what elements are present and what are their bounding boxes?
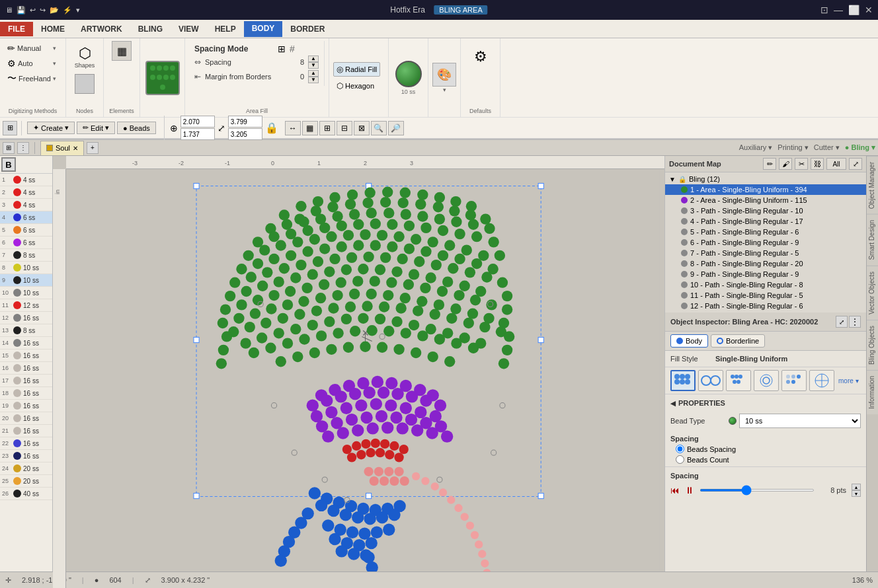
pts-down[interactable]: ▼ (852, 490, 861, 497)
soul-tab-close[interactable]: ✕ (73, 145, 78, 152)
beads-spacing-radio[interactable] (676, 445, 684, 453)
tree-item-11[interactable]: 11 - Path - Single-Bling Regular - 5 (665, 290, 866, 301)
borderline-tab[interactable]: Borderline (711, 334, 765, 348)
list-item[interactable]: 12 16 ss (0, 312, 52, 324)
color-sphere[interactable] (395, 61, 422, 87)
tree-item-4[interactable]: 4 - Path - Single-Bling Regular - 17 (665, 216, 866, 227)
pts-spinner[interactable]: ▲ ▼ (852, 484, 861, 497)
list-item[interactable]: 14 16 ss (0, 337, 52, 349)
x-input[interactable] (180, 116, 215, 128)
body-menu[interactable]: BODY (244, 21, 283, 37)
tree-item-1[interactable]: 1 - Area - Single-Bling Uniform - 394 (665, 184, 866, 195)
fill-icon-3[interactable] (726, 370, 751, 391)
canvas-content[interactable]: ✕ (66, 169, 664, 588)
side-tab-bling-objects[interactable]: Bling Objects (867, 320, 878, 370)
defaults-btn[interactable]: ⚙ (466, 41, 495, 73)
add-tab-btn[interactable]: + (87, 142, 99, 154)
open-icon[interactable]: 📂 (50, 6, 59, 15)
list-item[interactable]: 4 6 ss (0, 211, 52, 224)
file-menu[interactable]: FILE (0, 22, 33, 36)
list-item[interactable]: 6 6 ss (0, 237, 52, 249)
bead-type-select[interactable]: 10 ss 6 ss 8 ss 12 ss 16 ss (739, 414, 861, 428)
tree-item-10[interactable]: 10 - Path - Single-Bling Regular - 8 (665, 279, 866, 290)
border-menu[interactable]: BORDER (282, 22, 333, 36)
tree-item-9[interactable]: 9 - Path - Single-Bling Regular - 9 (665, 269, 866, 279)
printing-toggle[interactable]: Printing ▾ (778, 143, 808, 152)
toggle2[interactable]: ⋮ (17, 142, 29, 154)
bling-menu[interactable]: BLING (130, 22, 171, 36)
template-icon[interactable]: 🎨 (432, 63, 456, 87)
spacing-spinner[interactable]: ▲ ▼ (308, 55, 319, 69)
edit-btn[interactable]: ✏ Edit ▾ (77, 122, 115, 134)
auxiliary-toggle[interactable]: Auxiliary ▾ (739, 143, 773, 152)
maximize-btn[interactable]: ⬜ (848, 5, 859, 15)
canvas-area[interactable]: -3 -2 -1 0 1 2 3 in (53, 156, 664, 588)
shapes-btn[interactable]: ⬡ Shapes (70, 41, 99, 73)
more-fills-btn[interactable]: more ▾ (837, 376, 860, 386)
window-controls[interactable]: ⊡ — ⬜ ✕ (820, 5, 873, 15)
list-item[interactable]: 16 16 ss (0, 362, 52, 375)
list-item[interactable]: 11 12 ss (0, 299, 52, 312)
list-item[interactable]: 9 10 ss (0, 274, 52, 287)
list-item[interactable]: 13 8 ss (0, 324, 52, 337)
grid-icon[interactable]: ⊞ (278, 44, 286, 54)
fill-icon-1[interactable] (670, 370, 696, 391)
pen-icon[interactable]: ✏ (763, 158, 776, 170)
list-item[interactable]: 22 16 ss (0, 437, 52, 450)
list-item[interactable]: 23 16 ss (0, 450, 52, 462)
help-menu[interactable]: HELP (207, 22, 244, 36)
group-btn[interactable]: ▦ (302, 121, 318, 135)
b-button[interactable]: B (1, 157, 16, 172)
collapse-arrow[interactable]: ▼ (669, 176, 676, 183)
radial-fill-btn[interactable]: ◎ Radial Fill (333, 62, 380, 77)
list-item[interactable]: 17 16 ss (0, 375, 52, 387)
list-item[interactable]: 8 10 ss (0, 262, 52, 274)
list-item[interactable]: 26 40 ss (0, 488, 52, 500)
spacing-down[interactable]: ▼ (308, 62, 319, 69)
scissors-icon[interactable]: ✂ (795, 158, 808, 170)
redo-icon[interactable]: ↪ (40, 6, 46, 15)
expand-doc-btn[interactable]: ⤢ (849, 158, 862, 170)
minimize-btn[interactable]: — (834, 5, 843, 15)
fill-icon-4[interactable] (754, 370, 779, 391)
zoom-in-btn[interactable]: 🔍 (371, 121, 387, 135)
artwork-menu[interactable]: ARTWORK (73, 22, 130, 36)
beads-count-radio[interactable] (676, 455, 684, 464)
soul-tab[interactable]: Soul ✕ (40, 141, 84, 155)
toggle1[interactable]: ⊞ (3, 142, 15, 154)
spacing-up[interactable]: ▲ (308, 55, 319, 62)
body-tab[interactable]: Body (670, 334, 708, 348)
more-icon[interactable]: ▾ (76, 6, 80, 15)
undo-icon[interactable]: ↩ (30, 6, 36, 15)
bling-toggle[interactable]: ● Bling ▾ (845, 143, 875, 152)
bling-group-row[interactable]: ▼ 🔒 Bling (12) (665, 174, 866, 184)
collapse-arrow[interactable]: ◀ (670, 400, 676, 407)
tree-item-5[interactable]: 5 - Path - Single-Bling Regular - 6 (665, 227, 866, 237)
flip-h-btn[interactable]: ↔ (285, 121, 301, 135)
side-tab-information[interactable]: Information (867, 370, 878, 414)
list-item[interactable]: 25 20 ss (0, 475, 52, 488)
view-menu[interactable]: VIEW (171, 22, 207, 36)
list-item[interactable]: 24 20 ss (0, 462, 52, 475)
pts-up[interactable]: ▲ (852, 484, 861, 490)
inspector-expand-btn[interactable]: ⤢ (836, 316, 848, 328)
list-item[interactable]: 21 16 ss (0, 425, 52, 437)
margin-up[interactable]: ▲ (308, 70, 319, 77)
fill-icon-5[interactable] (781, 370, 807, 391)
list-item[interactable]: 15 16 ss (0, 349, 52, 362)
hash-icon[interactable]: # (290, 44, 295, 54)
list-item[interactable]: 18 16 ss (0, 387, 52, 400)
cutter-toggle[interactable]: Cutter ▾ (814, 143, 840, 152)
list-item[interactable]: 5 6 ss (0, 224, 52, 237)
fill-icon-2[interactable] (698, 370, 723, 391)
tree-item-12[interactable]: 12 - Path - Single-Bling Regular - 6 (665, 301, 866, 311)
all-icon[interactable]: All (826, 158, 846, 170)
inspector-menu-btn[interactable]: ⋮ (849, 316, 861, 328)
list-item[interactable]: 7 8 ss (0, 249, 52, 262)
screen-icon[interactable]: ⊡ (820, 5, 828, 15)
margin-down[interactable]: ▼ (308, 77, 319, 83)
hexagon-btn[interactable]: ⬡ Hexagon (333, 79, 380, 93)
h-input[interactable] (228, 128, 262, 140)
lightning-icon[interactable]: ⚡ (63, 6, 72, 15)
tree-item-6[interactable]: 6 - Path - Single-Bling Regular - 9 (665, 237, 866, 248)
